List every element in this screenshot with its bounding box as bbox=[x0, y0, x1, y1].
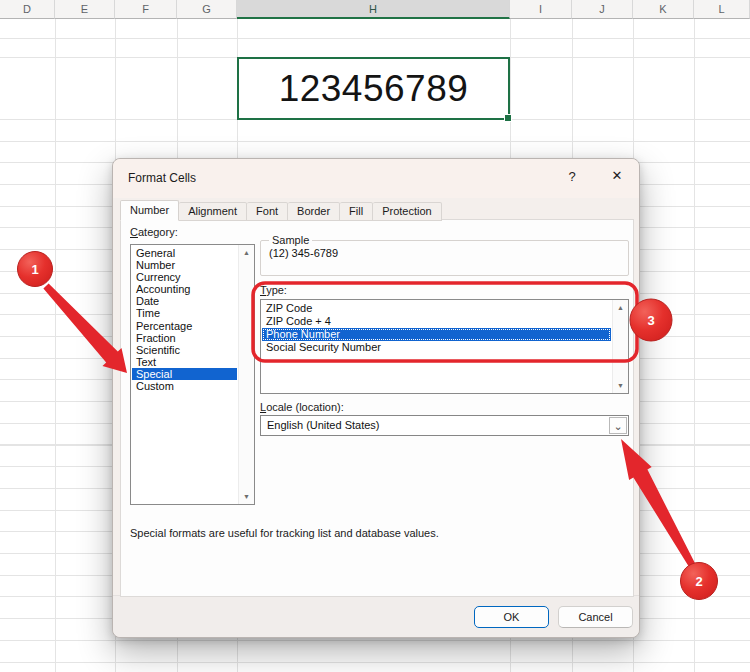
column-header-L[interactable]: L bbox=[694, 0, 750, 19]
fill-handle[interactable] bbox=[504, 114, 512, 122]
list-item-date[interactable]: Date bbox=[132, 295, 237, 307]
cell-value: 123456789 bbox=[279, 68, 469, 110]
chevron-down-icon[interactable]: ⌄ bbox=[609, 417, 627, 434]
locale-label: Locale (location): bbox=[260, 401, 344, 413]
list-item-zip-code-4[interactable]: ZIP Code + 4 bbox=[262, 315, 611, 328]
scroll-down-icon[interactable]: ▼ bbox=[613, 382, 628, 389]
list-item-time[interactable]: Time bbox=[132, 307, 237, 319]
help-icon[interactable]: ? bbox=[564, 169, 580, 184]
type-listbox[interactable]: ZIP CodeZIP Code + 4Phone NumberSocial S… bbox=[260, 299, 629, 394]
column-header-J[interactable]: J bbox=[572, 0, 633, 19]
gridline bbox=[55, 19, 56, 672]
gridline bbox=[694, 19, 695, 672]
column-headers: DEFGHIJKL bbox=[0, 0, 750, 19]
category-items: GeneralNumberCurrencyAccountingDateTimeP… bbox=[132, 247, 237, 392]
list-item-percentage[interactable]: Percentage bbox=[132, 320, 237, 332]
locale-dropdown[interactable]: English (United States) ⌄ bbox=[260, 415, 629, 436]
list-item-special[interactable]: Special bbox=[132, 368, 237, 380]
active-cell[interactable]: 123456789 bbox=[237, 57, 510, 120]
dialog-footer: OK Cancel bbox=[113, 595, 639, 637]
type-scrollbar[interactable]: ▲ ▼ bbox=[612, 300, 628, 393]
sample-label: Sample bbox=[269, 234, 312, 246]
dialog-titlebar[interactable]: Format Cells ? ✕ bbox=[113, 159, 639, 198]
list-item-currency[interactable]: Currency bbox=[132, 271, 237, 283]
description-text: Special formats are useful for tracking … bbox=[130, 527, 439, 539]
excel-window: DEFGHIJKL 123456789 Format Cells ? ✕ Num… bbox=[0, 0, 750, 672]
list-item-custom[interactable]: Custom bbox=[132, 380, 237, 392]
list-item-zip-code[interactable]: ZIP Code bbox=[262, 302, 611, 315]
list-item-scientific[interactable]: Scientific bbox=[132, 344, 237, 356]
locale-value: English (United States) bbox=[267, 416, 380, 435]
scroll-down-icon[interactable]: ▼ bbox=[239, 493, 254, 500]
close-icon[interactable]: ✕ bbox=[608, 168, 626, 183]
column-header-H[interactable]: H bbox=[237, 0, 510, 19]
column-header-E[interactable]: E bbox=[55, 0, 115, 19]
tab-font[interactable]: Font bbox=[247, 202, 288, 221]
type-label: Type: bbox=[260, 284, 287, 296]
list-item-general[interactable]: General bbox=[132, 247, 237, 259]
list-item-accounting[interactable]: Accounting bbox=[132, 283, 237, 295]
list-item-social-security-number[interactable]: Social Security Number bbox=[262, 341, 611, 354]
list-item-text[interactable]: Text bbox=[132, 356, 237, 368]
list-item-phone-number[interactable]: Phone Number bbox=[262, 328, 611, 341]
tab-protection[interactable]: Protection bbox=[373, 202, 442, 221]
column-header-D[interactable]: D bbox=[0, 0, 55, 19]
sample-value: (12) 345-6789 bbox=[269, 247, 620, 259]
gridline bbox=[0, 38, 750, 39]
column-header-K[interactable]: K bbox=[633, 0, 694, 19]
list-item-fraction[interactable]: Fraction bbox=[132, 332, 237, 344]
scroll-up-icon[interactable]: ▲ bbox=[239, 249, 254, 256]
category-label: Category: bbox=[130, 226, 178, 238]
tab-alignment[interactable]: Alignment bbox=[179, 202, 247, 221]
column-header-G[interactable]: G bbox=[177, 0, 237, 19]
cancel-button[interactable]: Cancel bbox=[558, 606, 633, 628]
tab-border[interactable]: Border bbox=[288, 202, 340, 221]
category-listbox[interactable]: GeneralNumberCurrencyAccountingDateTimeP… bbox=[130, 244, 255, 505]
tab-fill[interactable]: Fill bbox=[340, 202, 373, 221]
tab-number[interactable]: Number bbox=[120, 200, 179, 221]
category-scrollbar[interactable]: ▲ ▼ bbox=[238, 245, 254, 504]
sample-group: Sample (12) 345-6789 bbox=[260, 234, 629, 276]
column-header-I[interactable]: I bbox=[510, 0, 572, 19]
format-cells-dialog: Format Cells ? ✕ NumberAlignmentFontBord… bbox=[112, 158, 640, 638]
type-items: ZIP CodeZIP Code + 4Phone NumberSocial S… bbox=[262, 302, 611, 354]
list-item-number[interactable]: Number bbox=[132, 259, 237, 271]
ok-button[interactable]: OK bbox=[474, 606, 549, 628]
scroll-up-icon[interactable]: ▲ bbox=[613, 304, 628, 311]
column-header-F[interactable]: F bbox=[115, 0, 177, 19]
number-tab-page: Category: GeneralNumberCurrencyAccountin… bbox=[120, 219, 634, 597]
dialog-title: Format Cells bbox=[128, 171, 196, 185]
tab-strip: NumberAlignmentFontBorderFillProtection bbox=[120, 199, 442, 220]
